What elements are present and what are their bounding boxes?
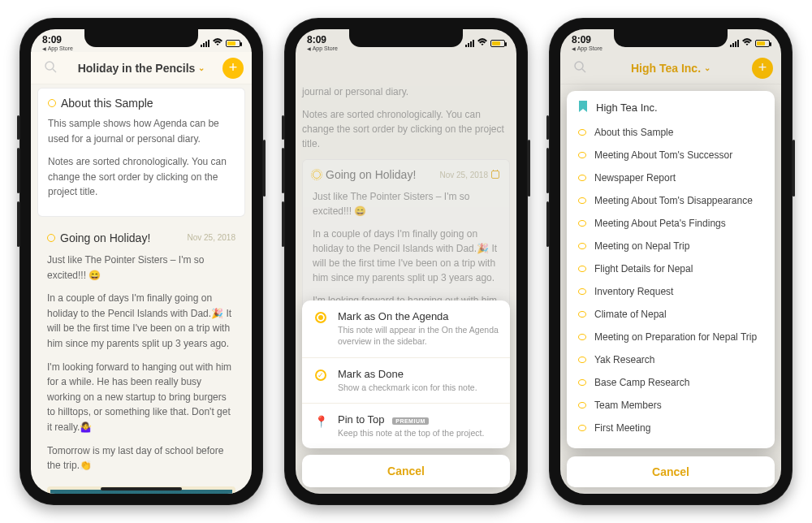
jump-item-label: Meeting on Preparation for Nepal Trip: [594, 331, 757, 343]
screen-1: 8:09 App Store Holiday in the Pencils ⌄ …: [31, 29, 252, 494]
note-marker-icon: [578, 311, 586, 318]
note-marker-icon: [578, 379, 586, 386]
jump-list-item[interactable]: First Meeting: [567, 417, 775, 439]
jump-list-item[interactable]: Flight Details for Nepal: [567, 257, 775, 280]
note-marker-icon: [578, 175, 586, 181]
jump-item-label: Base Camp Research: [594, 377, 689, 388]
clock: 8:09: [42, 35, 73, 45]
jump-list-item[interactable]: Meeting on Nepal Trip: [567, 235, 775, 257]
note-paragraph: In a couple of days I'm finally going on…: [47, 291, 235, 351]
back-breadcrumb[interactable]: App Store: [572, 45, 603, 51]
jump-item-label: Climate of Nepal: [594, 309, 667, 320]
screen-3: 8:09 App Store High Tea Inc. ⌄ + About t: [560, 29, 781, 494]
jump-list-item[interactable]: Meeting on Preparation for Nepal Trip: [567, 326, 775, 348]
card-text: This sample shows how Agenda can be used…: [48, 116, 235, 146]
clock: 8:09: [572, 35, 603, 45]
cancel-button[interactable]: Cancel: [567, 456, 775, 487]
battery-icon: [490, 40, 505, 47]
jump-list-item[interactable]: Climate of Nepal: [567, 303, 775, 326]
wifi-icon: [477, 38, 488, 48]
about-card[interactable]: About this Sample This sample shows how …: [37, 88, 245, 217]
screen-2: 8:09 App Store journal or personal diary…: [296, 29, 516, 494]
bookmark-icon: [578, 101, 588, 115]
premium-badge: PREMIUM: [392, 417, 429, 425]
notch: [614, 29, 728, 47]
note-marker-icon: [578, 357, 586, 363]
note-marker-icon: [578, 266, 586, 272]
note-paragraph: Just like The Pointer Sisters – I'm so e…: [47, 253, 235, 283]
jump-item-label: Inventory Request: [594, 286, 673, 297]
chevron-down-icon: ⌄: [198, 63, 205, 72]
chevron-down-icon: ⌄: [704, 63, 710, 72]
jump-item-label: Meeting About Tom's Successor: [594, 149, 732, 161]
jump-list-item[interactable]: Team Members: [567, 394, 775, 417]
pin-icon: 📍: [314, 415, 328, 428]
jump-list-item[interactable]: Newspaper Report: [567, 166, 775, 189]
phone-frame-2: 8:09 App Store journal or personal diary…: [284, 18, 528, 505]
jump-item-label: Newspaper Report: [594, 172, 676, 184]
jump-item-label: Meeting on Nepal Trip: [594, 240, 689, 252]
battery-icon: [755, 40, 770, 47]
notch: [349, 29, 463, 47]
action-pin-top[interactable]: 📍 Pin to Top PREMIUM Keep this note at t…: [302, 404, 510, 448]
note-marker-icon: [578, 288, 586, 295]
note-marker-icon: [578, 197, 586, 204]
svg-point-0: [45, 62, 54, 70]
agenda-dot-icon: [315, 312, 326, 323]
jump-list-item[interactable]: Meeting About Peta's Findings: [567, 212, 775, 235]
back-breadcrumb[interactable]: App Store: [42, 45, 73, 51]
jump-list-item[interactable]: About this Sample: [567, 121, 775, 144]
search-icon[interactable]: [568, 60, 591, 76]
notch: [84, 29, 198, 47]
nav-title[interactable]: High Tea Inc. ⌄: [631, 62, 710, 75]
wifi-icon: [741, 38, 753, 48]
agenda-marker-icon: [313, 171, 321, 179]
project-jump-sheet: High Tea Inc. About this SampleMeeting A…: [567, 91, 775, 448]
jump-list-item[interactable]: Base Camp Research: [567, 371, 775, 394]
content-scroll[interactable]: About this Sample This sample shows how …: [31, 84, 252, 494]
note-marker-icon: [48, 99, 56, 107]
cellular-icon: [730, 40, 739, 47]
note-marker-icon: [578, 334, 586, 340]
action-mark-done[interactable]: ✓ Mark as Done Show a checkmark icon for…: [302, 358, 510, 404]
note-marker-icon: [578, 425, 586, 431]
jump-list-item[interactable]: Meeting About Tom's Disappearance: [567, 189, 775, 212]
note-marker-icon: [47, 234, 55, 242]
note-card[interactable]: Going on Holiday! Nov 25, 2018 Just like…: [37, 225, 245, 494]
jump-list-item[interactable]: Inventory Request: [567, 280, 775, 303]
nav-title[interactable]: Holiday in the Pencils ⌄: [78, 62, 205, 75]
note-marker-icon: [578, 402, 586, 408]
search-icon[interactable]: [39, 60, 62, 76]
note-title: Going on Holiday!: [60, 231, 150, 244]
action-mark-agenda[interactable]: Mark as On the Agenda This note will app…: [302, 300, 510, 357]
home-indicator[interactable]: [101, 487, 182, 491]
nav-bar: Holiday in the Pencils ⌄ +: [31, 52, 252, 84]
note-marker-icon: [578, 243, 586, 249]
card-text: Notes are sorted chronologically. You ca…: [48, 154, 235, 200]
add-button[interactable]: +: [222, 58, 244, 79]
jump-list-item[interactable]: Yak Research: [567, 348, 775, 371]
cancel-button[interactable]: Cancel: [302, 455, 510, 487]
nav-bar: High Tea Inc. ⌄ +: [560, 52, 781, 84]
note-date[interactable]: Nov 25, 2018: [188, 233, 236, 242]
phone-frame-3: 8:09 App Store High Tea Inc. ⌄ + About t: [549, 18, 793, 505]
svg-point-2: [575, 62, 583, 70]
back-breadcrumb[interactable]: App Store: [307, 45, 338, 51]
jump-item-label: First Meeting: [594, 422, 650, 434]
clock: 8:09: [307, 35, 338, 45]
svg-line-3: [582, 69, 585, 72]
jump-item-label: About this Sample: [594, 127, 673, 138]
checkmark-circle-icon: ✓: [315, 370, 326, 381]
cellular-icon: [201, 40, 209, 47]
jump-item-label: Meeting About Peta's Findings: [594, 218, 726, 229]
add-button[interactable]: +: [752, 58, 773, 79]
jump-sheet-header: High Tea Inc.: [567, 94, 775, 121]
jump-item-label: Meeting About Tom's Disappearance: [594, 195, 753, 206]
jump-item-label: Flight Details for Nepal: [594, 263, 693, 274]
wifi-icon: [212, 38, 223, 48]
battery-icon: [226, 40, 240, 47]
jump-item-label: Team Members: [594, 400, 662, 411]
note-marker-icon: [578, 152, 586, 158]
jump-list-item[interactable]: Meeting About Tom's Successor: [567, 144, 775, 166]
note-marker-icon: [578, 220, 586, 227]
